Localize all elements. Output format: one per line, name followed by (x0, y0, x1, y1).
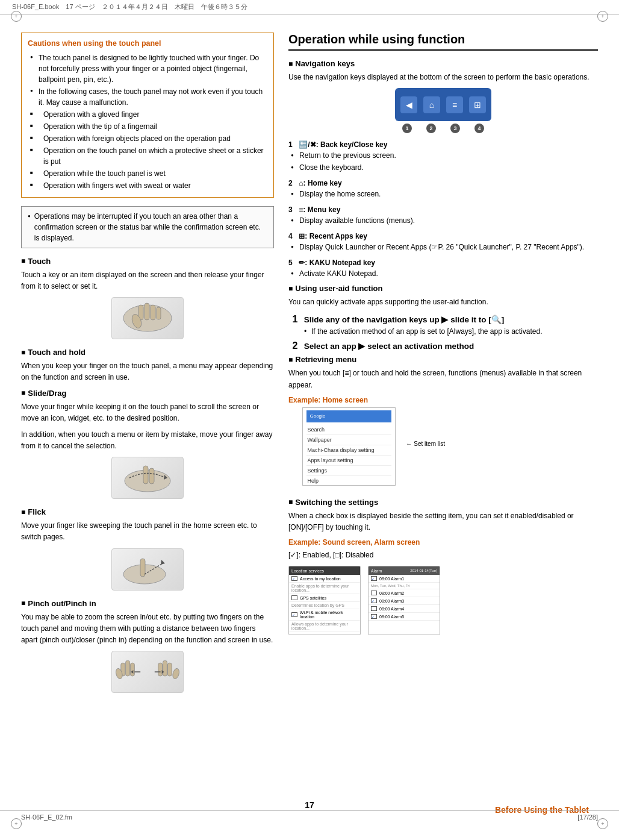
nav-num-3: 3 (450, 124, 460, 133)
slide-drag-text1: Move your finger while keeping it on the… (21, 401, 274, 424)
caution-item-6: Operation on the touch panel on which a … (30, 145, 267, 167)
nav-keys-image: ◀ ⌂ ≡ ⊞ (395, 88, 491, 121)
toggle-3 (291, 612, 297, 617)
left-column: Cautions when using the touch panel The … (21, 33, 274, 701)
slide-drag-text2: In addition, when you touch a menu or it… (21, 429, 274, 452)
nav-icon-recent: ⊞ (469, 96, 486, 113)
touch-hold-section-header: Touch and hold (21, 348, 274, 357)
retrieving-menu-title: Retrieving menu (295, 355, 356, 364)
key-1-bullet-2: Close the keyboard. (288, 162, 598, 173)
svg-rect-17 (158, 663, 163, 676)
step-1-number: 1 (288, 313, 302, 326)
nav-num-1: 1 (402, 124, 412, 133)
header-text: SH-06F_E.book 17 ページ ２０１４年４月２４日 木曜日 午後６時… (12, 2, 247, 11)
touch-section-header: Touch (21, 257, 274, 266)
nav-icon-home: ⌂ (423, 96, 440, 113)
home-screen-image: Google Search Wallpaper Machi-Chara disp… (302, 407, 396, 486)
user-aid-step-2: 2 Select an app ▶ select an activation m… (288, 339, 598, 353)
pinch-title: Pinch out/Pinch in (28, 599, 96, 608)
page-footer: SH-06F_E_02.fm [17/28] (0, 810, 619, 823)
set-item-list-label: ← Set item list (406, 440, 445, 447)
step-1-text: Slide any of the navigation keys up ▶ sl… (304, 315, 505, 324)
screen-pair: Location services Access to my location … (288, 566, 598, 635)
step-2-number: 2 (288, 339, 302, 353)
key-num-1: 1 (288, 139, 297, 150)
flick-text: Move your finger like sweeping the touch… (21, 520, 274, 543)
menu-item-wallpaper: Wallpaper (306, 435, 391, 445)
toggle-2 (291, 595, 297, 600)
caution-title: Cautions when using the touch panel (28, 38, 267, 49)
menu-item-help: Help (306, 476, 391, 486)
svg-rect-18 (163, 661, 167, 677)
key-4-label: Recent Apps key (310, 232, 367, 240)
caution-item-8: Operation with fingers wet with sweat or… (30, 180, 267, 191)
switching-example-label: Example: Sound screen, Alarm screen (288, 538, 598, 547)
svg-rect-8 (149, 468, 154, 484)
touch-hold-title: Touch and hold (28, 348, 86, 357)
key-item-4: 4 ⊞: Recent Apps key Display Quick Launc… (288, 231, 598, 252)
nav-keys-header: Navigation keys (288, 59, 598, 68)
svg-rect-7 (143, 466, 148, 484)
key-item-3: 3 ≡: Menu key Display available function… (288, 204, 598, 226)
key-num-2: 2 (288, 178, 297, 189)
right-column: Operation while using function Navigatio… (288, 33, 598, 701)
page-number: 17 (305, 800, 314, 810)
key-num-5: 5 (288, 257, 297, 268)
svg-marker-12 (161, 560, 165, 565)
home-screen-menu: Google Search Wallpaper Machi-Chara disp… (303, 408, 395, 485)
pinch-text: You may be able to zoom the screen in/ou… (21, 612, 274, 647)
touch-title: Touch (28, 257, 51, 266)
alarm-screen-body: 08:00 Alarm1 Mon, Tue, Wed, Thu, Fri 08:… (369, 575, 440, 635)
caution-item-2: In the following cases, the touch panel … (30, 86, 267, 108)
user-aid-header: Using user-aid function (288, 284, 598, 293)
caution-list: The touch panel is designed to be lightl… (28, 52, 267, 191)
footer-pages: [17/28] (577, 813, 598, 821)
alarm-screen: Alarm 2014-01-14(Tue) 08:00 Alarm1 Mon, … (368, 566, 440, 635)
svg-rect-3 (151, 305, 155, 320)
corner-mark-tl: + (11, 11, 22, 22)
user-aid-step-1: 1 Slide any of the navigation keys up ▶ … (288, 313, 598, 337)
key-item-2: 2 ⌂: Home key Display the home screen. (288, 178, 598, 199)
flick-section-header: Flick (21, 507, 274, 516)
svg-rect-2 (145, 303, 149, 320)
nav-icon-menu: ≡ (446, 96, 463, 113)
key-2-bullet-1: Display the home screen. (288, 189, 598, 199)
sound-screen-body: Access to my location Enable apps to det… (289, 575, 360, 635)
retrieving-menu-text: When you touch [≡] or touch and hold the… (288, 368, 598, 390)
user-aid-title: Using user-aid function (295, 284, 382, 293)
sound-screen-header: Location services (289, 566, 360, 575)
footer-file: SH-06F_E_02.fm (21, 813, 72, 821)
sound-screen: Location services Access to my location … (288, 566, 361, 635)
caution-item-7: Operation while the touch panel is wet (30, 168, 267, 179)
alarm-toggle-3 (371, 598, 377, 603)
right-title: Operation while using function (288, 33, 598, 51)
retrieving-menu-header: Retrieving menu (288, 355, 598, 364)
touch-hold-text: When you keep your finger on the touch p… (21, 360, 274, 383)
menu-item-machi: Machi-Chara display setting (306, 445, 391, 456)
flick-title: Flick (28, 507, 46, 516)
touch-illustration (111, 297, 184, 339)
alarm-screen-header: Alarm 2014-01-14(Tue) (369, 566, 440, 575)
alarm-toggle-4 (371, 606, 377, 611)
alarm-toggle-1 (371, 576, 377, 581)
key-item-1: 1 🔙/✖: Back key/Close key Return to the … (288, 139, 598, 173)
key-3-label: Menu key (308, 205, 341, 214)
flick-illustration (111, 548, 184, 591)
pinch-section-header: Pinch out/Pinch in (21, 599, 274, 608)
menu-item-apps: Apps layout setting (306, 456, 391, 466)
key-4-bullet-1: Display Quick Launcher or Recent Apps (☞… (288, 242, 598, 252)
caution-item-1: The touch panel is designed to be lightl… (30, 52, 267, 85)
nav-num-2: 2 (426, 124, 436, 133)
key-1-label: Back key/Close key (320, 140, 387, 149)
svg-rect-4 (157, 307, 161, 319)
key-3-bullet-1: Display available functions (menus). (288, 215, 598, 226)
pinch-illustration (111, 651, 184, 693)
nav-keys-title: Navigation keys (295, 59, 355, 68)
menu-item-settings: Settings (306, 466, 391, 476)
home-screen-wrap: Google Search Wallpaper Machi-Chara disp… (288, 407, 598, 491)
toggle-1 (291, 576, 297, 581)
svg-point-20 (172, 668, 180, 680)
step-2-text: Select an app ▶ select an activation met… (304, 342, 474, 351)
switching-settings-text: When a check box is displayed beside the… (288, 510, 598, 533)
note-box: Operations may be interrupted if you tou… (21, 206, 274, 248)
